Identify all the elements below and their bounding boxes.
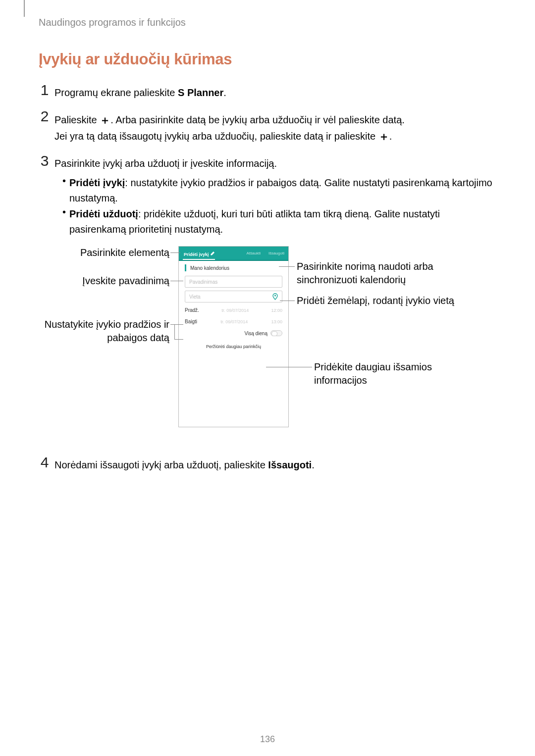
- end-row[interactable]: Baigti tr. 09/07/2014 13:00: [179, 317, 288, 328]
- anno-more: Pridėkite daugiau išsamios informacijos: [314, 360, 453, 387]
- anno-line: [170, 281, 183, 281]
- plus-icon: ＋: [100, 114, 110, 126]
- allday-row[interactable]: Visą dieną: [179, 328, 288, 341]
- bullet-dot: •: [62, 206, 66, 218]
- step-1-text: Programų ekrane palieskite S Planner.: [54, 85, 226, 101]
- anno-line: [279, 266, 295, 267]
- calendar-name: Mano kalendorius: [190, 265, 229, 271]
- page-number: 136: [0, 734, 535, 745]
- location-field[interactable]: Vieta: [185, 291, 282, 302]
- step-number-3: 3: [38, 152, 52, 169]
- step-4-text: Norėdami išsaugoti įvykį arba užduotį, p…: [54, 457, 315, 473]
- step-number-4: 4: [38, 454, 52, 471]
- mock-tabs: Pridėti įvykį Atšaukti Išsaugoti: [179, 247, 288, 260]
- bullet-dot: •: [62, 175, 66, 187]
- allday-toggle[interactable]: [270, 330, 282, 336]
- anno-line: [280, 301, 295, 301]
- name-field[interactable]: Pavadinimas: [185, 276, 282, 288]
- phone-mock: Pridėti įvykį Atšaukti Išsaugoti Mano ka…: [178, 246, 289, 427]
- step-2a-text: Palieskite ＋. Arba pasirinkite datą be į…: [54, 111, 405, 128]
- more-options[interactable]: Peržiūrėti daugiau parinkčių: [179, 341, 288, 352]
- page-header: Naudingos programos ir funkcijos: [39, 17, 186, 28]
- plus-icon: ＋: [378, 130, 389, 143]
- anno-line: [174, 324, 175, 339]
- anno-calendar: Pasirinkite norimą naudoti arba sinchron…: [297, 260, 455, 287]
- calendar-row[interactable]: Mano kalendorius: [179, 261, 288, 275]
- step-number-1: 1: [38, 82, 52, 99]
- map-pin-icon[interactable]: [272, 293, 278, 302]
- tab-add-event[interactable]: Pridėti įvykį: [179, 250, 219, 257]
- svg-point-0: [274, 295, 276, 297]
- start-row[interactable]: Pradž. tr. 09/07/2014 12:00: [179, 305, 288, 317]
- anno-line: [170, 324, 183, 325]
- tab-cancel[interactable]: Atšaukti: [243, 251, 265, 255]
- pencil-icon: [210, 250, 216, 256]
- bullet-1: Pridėti įvykį: nustatykite įvykio pradži…: [69, 175, 493, 206]
- section-title: Įvykių ar užduočių kūrimas: [39, 50, 232, 68]
- step-2b-text: Jei yra tą datą išsaugotų įvykių arba už…: [54, 128, 392, 145]
- anno-line: [266, 367, 312, 367]
- anno-line: [170, 252, 180, 253]
- anno-map: Pridėti žemėlapį, rodantį įvykio vietą: [297, 294, 455, 307]
- anno-dates: Nustatykite įvykio pradžios ir pabaigos …: [39, 318, 169, 345]
- step-number-2: 2: [38, 108, 52, 125]
- anno-select: Pasirinkite elementą: [74, 246, 169, 259]
- tab-save[interactable]: Išsaugoti: [265, 251, 288, 255]
- step-3-text: Pasirinkite įvykį arba užduotį ir įveski…: [54, 156, 277, 171]
- anno-line: [174, 339, 183, 340]
- anno-title: Įveskite pavadinimą: [74, 274, 169, 288]
- bullet-2: Pridėti užduotį: pridėkite užduotį, kuri…: [69, 206, 493, 237]
